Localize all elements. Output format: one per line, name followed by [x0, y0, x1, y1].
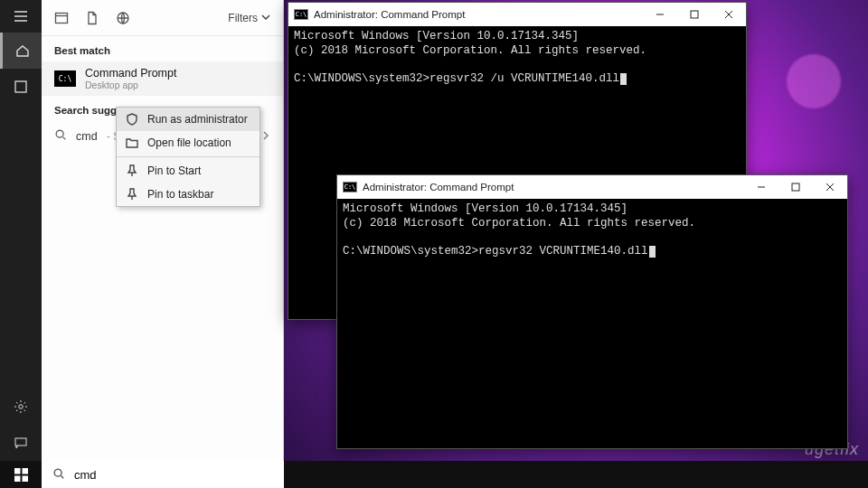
best-match-header: Best match: [42, 36, 283, 61]
activity-bar: [0, 0, 42, 461]
svg-rect-8: [14, 468, 21, 474]
svg-rect-3: [56, 13, 68, 23]
titlebar[interactable]: C:\ Administrator: Command Prompt: [288, 3, 746, 26]
settings-button[interactable]: [0, 389, 42, 425]
terminal-prompt: C:\WINDOWS\system32>: [343, 245, 478, 258]
ctx-label: Open file location: [147, 136, 231, 149]
maximize-button[interactable]: [677, 3, 712, 26]
ctx-open-file-location[interactable]: Open file location: [117, 131, 259, 155]
svg-rect-7: [792, 183, 799, 191]
ctx-label: Run as administrator: [147, 113, 248, 126]
hamburger-icon: [14, 9, 28, 23]
document-icon: [85, 11, 99, 25]
feedback-icon: [14, 436, 28, 450]
chevron-right-icon: [261, 130, 270, 143]
best-match-subtitle: Desktop app: [85, 80, 176, 90]
svg-rect-0: [15, 81, 26, 92]
search-icon: [52, 467, 65, 483]
home-button[interactable]: [0, 33, 42, 69]
windows-icon: [14, 468, 28, 482]
chevron-down-icon: [261, 12, 270, 24]
taskbar: [0, 461, 868, 488]
titlebar[interactable]: C:\ Administrator: Command Prompt: [337, 175, 847, 199]
terminal-command: regsvr32 VCRUNTIME140.dll: [478, 245, 648, 258]
context-menu: Run as administrator Open file location …: [116, 107, 260, 207]
search-panel-toolbar: Filters: [42, 0, 283, 36]
ctx-pin-to-taskbar[interactable]: Pin to taskbar: [117, 183, 259, 206]
terminal-line: Microsoft Windows [Version 10.0.17134.34…: [343, 202, 627, 215]
documents-filter-button[interactable]: [85, 11, 99, 25]
terminal-line: (c) 2018 Microsoft Corporation. All righ…: [343, 217, 695, 230]
taskbar-search[interactable]: [42, 461, 284, 488]
search-input[interactable]: [74, 468, 255, 482]
context-menu-separator: [117, 156, 259, 157]
cmd-titlebar-icon: C:\: [343, 182, 357, 192]
web-filter-button[interactable]: [116, 11, 130, 25]
terminal-line: Microsoft Windows [Version 10.0.17134.34…: [294, 30, 579, 42]
apps-button[interactable]: [0, 69, 42, 105]
shield-icon: [126, 113, 138, 126]
cursor: [620, 73, 627, 85]
svg-rect-10: [14, 475, 21, 482]
ctx-run-as-admin[interactable]: Run as administrator: [117, 108, 259, 131]
close-button[interactable]: [712, 3, 746, 26]
minimize-button[interactable]: [744, 175, 778, 199]
suggestion-query: cmd: [76, 130, 98, 143]
window-icon: [54, 11, 69, 25]
terminal-command: regsvr32 /u VCRUNTIME140.dll: [429, 72, 619, 85]
globe-icon: [116, 11, 130, 25]
folder-icon: [126, 136, 138, 149]
terminal-body[interactable]: Microsoft Windows [Version 10.0.17134.34…: [337, 199, 847, 448]
best-match-item[interactable]: C:\ Command Prompt Desktop app: [42, 61, 283, 96]
svg-rect-11: [22, 475, 28, 482]
cmd-titlebar-icon: C:\: [294, 9, 308, 20]
window-title: Administrator: Command Prompt: [363, 182, 514, 192]
best-match-title: Command Prompt: [85, 67, 176, 80]
ctx-label: Pin to taskbar: [147, 188, 213, 201]
svg-rect-9: [22, 468, 28, 474]
window-title: Administrator: Command Prompt: [314, 9, 465, 20]
svg-point-12: [54, 469, 61, 476]
ctx-pin-to-start[interactable]: Pin to Start: [117, 159, 259, 183]
pin-icon: [126, 188, 138, 201]
svg-point-5: [56, 130, 63, 137]
svg-rect-6: [691, 11, 698, 18]
filters-label: Filters: [228, 12, 258, 24]
terminal-prompt: C:\WINDOWS\system32>: [294, 72, 429, 85]
menu-button[interactable]: [0, 0, 42, 33]
svg-rect-2: [15, 438, 26, 446]
search-panel: Filters Best match C:\ Command Prompt De…: [42, 0, 284, 461]
terminal-line: (c) 2018 Microsoft Corporation. All righ…: [294, 44, 646, 57]
start-button[interactable]: [0, 461, 42, 488]
search-icon: [54, 128, 67, 144]
apps-icon: [14, 80, 28, 94]
cmd-window-2[interactable]: C:\ Administrator: Command Prompt Micros…: [336, 174, 848, 449]
pin-icon: [126, 164, 138, 177]
home-icon: [15, 43, 30, 58]
filters-dropdown[interactable]: Filters: [228, 12, 270, 24]
cursor: [649, 246, 656, 258]
close-button[interactable]: [813, 175, 847, 199]
feedback-button[interactable]: [0, 425, 42, 461]
gear-icon: [14, 399, 28, 414]
ctx-label: Pin to Start: [147, 164, 201, 177]
svg-point-1: [19, 405, 23, 408]
minimize-button[interactable]: [643, 3, 677, 26]
cmd-app-icon: C:\: [54, 70, 76, 87]
apps-filter-button[interactable]: [54, 11, 69, 25]
maximize-button[interactable]: [778, 175, 813, 199]
